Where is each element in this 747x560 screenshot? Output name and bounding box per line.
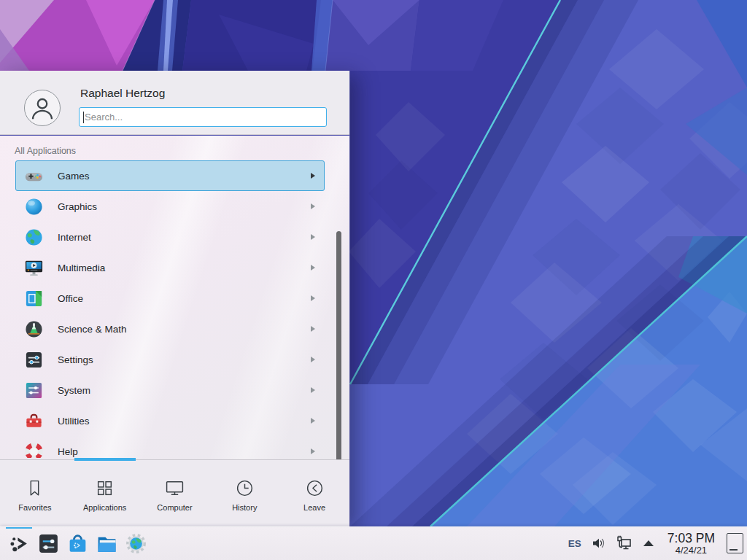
launcher-header: Raphael Hertzog <box>0 71 349 135</box>
folder-file-manager-icon <box>96 532 118 555</box>
tab-label: Leave <box>303 503 325 512</box>
tab-applications[interactable]: Applications <box>70 460 140 526</box>
category-row-system[interactable]: System <box>15 375 325 405</box>
taskbar-panel: ES 7:0 <box>0 526 747 560</box>
category-row-settings[interactable]: Settings <box>15 344 325 375</box>
category-list: Games Graphics <box>15 160 325 458</box>
bookmark-icon <box>25 478 44 498</box>
tab-label: Computer <box>157 503 192 512</box>
category-row-science-math[interactable]: Science & Math <box>15 314 325 344</box>
submenu-arrow-icon <box>311 265 315 271</box>
tray-expand-arrow-icon[interactable] <box>640 534 657 552</box>
clock-icon <box>235 478 255 498</box>
category-label: Utilities <box>58 416 90 427</box>
leave-icon <box>305 478 325 498</box>
tab-label: History <box>232 503 257 512</box>
category-row-office[interactable]: Office <box>15 283 325 314</box>
tab-bar: Favorites Applications <box>0 459 349 526</box>
section-label: All Applications <box>0 136 349 160</box>
submenu-arrow-icon <box>311 448 315 454</box>
show-desktop-button[interactable] <box>727 533 743 553</box>
category-label: Multimedia <box>58 262 105 273</box>
scrollbar[interactable] <box>336 231 341 459</box>
category-row-multimedia[interactable]: Multimedia <box>15 252 325 283</box>
text-caret <box>83 112 84 123</box>
discover-button[interactable] <box>63 527 92 560</box>
browser-button[interactable] <box>121 527 150 560</box>
flask-icon <box>24 319 44 339</box>
clock-time: 7:03 PM <box>667 532 715 545</box>
app-launcher-button[interactable] <box>4 527 34 560</box>
category-label: System <box>58 385 90 396</box>
submenu-arrow-icon <box>311 173 315 179</box>
launcher-body: All Applications Ga <box>0 136 349 459</box>
sliders-icon <box>24 350 44 370</box>
submenu-arrow-icon <box>311 418 315 424</box>
computer-icon <box>165 478 185 498</box>
user-name: Raphael Hertzog <box>80 87 165 100</box>
system-settings-icon <box>37 532 60 555</box>
tab-computer[interactable]: Computer <box>140 460 210 526</box>
tab-label: Applications <box>83 503 126 512</box>
category-row-internet[interactable]: Internet <box>15 222 325 252</box>
sphere-icon <box>24 197 44 217</box>
submenu-arrow-icon <box>311 234 315 240</box>
toolbox-icon <box>24 411 44 431</box>
category-row-help[interactable]: Help <box>15 436 325 458</box>
submenu-arrow-icon <box>311 326 315 332</box>
discover-bag-icon <box>66 532 89 555</box>
user-avatar[interactable] <box>24 90 61 126</box>
active-task-indicator <box>6 527 32 529</box>
category-label: Graphics <box>58 201 97 212</box>
show-desktop-glyph <box>729 549 738 551</box>
volume-icon[interactable] <box>590 534 608 552</box>
category-label: Science & Math <box>58 324 127 335</box>
globe-icon <box>24 228 44 247</box>
desktop: Raphael Hertzog All Applications <box>0 0 747 560</box>
category-row-graphics[interactable]: Graphics <box>15 191 325 222</box>
category-label: Office <box>58 293 83 304</box>
network-icon[interactable] <box>615 534 632 552</box>
system-tray: ES 7:0 <box>567 532 743 555</box>
tab-leave[interactable]: Leave <box>279 460 349 526</box>
keyboard-layout-indicator[interactable]: ES <box>567 538 583 549</box>
search-field[interactable] <box>79 107 327 127</box>
lifebuoy-icon <box>24 442 44 459</box>
category-label: Games <box>58 171 90 182</box>
category-row-games[interactable]: Games <box>15 160 325 191</box>
submenu-arrow-icon <box>311 387 315 393</box>
grid-icon <box>95 478 115 498</box>
category-label: Internet <box>58 232 91 243</box>
submenu-arrow-icon <box>311 203 315 209</box>
category-row-utilities[interactable]: Utilities <box>15 405 325 436</box>
submenu-arrow-icon <box>311 295 315 301</box>
app-launcher-kicker-icon <box>8 532 31 555</box>
clock[interactable]: 7:03 PM 4/24/21 <box>665 532 718 555</box>
search-input[interactable] <box>85 108 326 126</box>
tab-label: Favorites <box>18 503 51 512</box>
globe-gear-browser-icon <box>125 532 147 555</box>
tab-history[interactable]: History <box>209 460 279 526</box>
user-icon <box>25 90 60 125</box>
document-icon <box>24 289 44 308</box>
application-launcher-menu: Raphael Hertzog All Applications <box>0 71 350 526</box>
category-label: Settings <box>58 354 93 365</box>
category-label: Help <box>58 446 78 457</box>
gamepad-icon <box>24 166 44 186</box>
tab-favorites[interactable]: Favorites <box>0 460 70 526</box>
system-settings-button[interactable] <box>34 527 63 560</box>
submenu-arrow-icon <box>311 357 315 362</box>
active-tab-indicator <box>74 458 136 461</box>
monitor-play-icon <box>24 258 44 278</box>
system-sliders-icon <box>24 381 44 400</box>
file-manager-button[interactable] <box>92 527 121 560</box>
clock-date: 4/24/21 <box>676 545 707 556</box>
